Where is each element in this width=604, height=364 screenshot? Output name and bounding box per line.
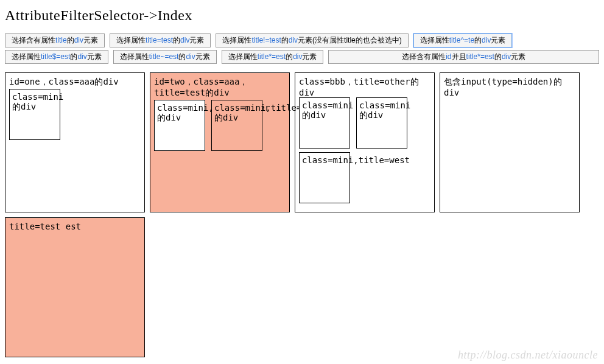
boxes-container: id=one，class=aaa的div class=mini的div id=t… xyxy=(5,72,599,357)
btn-text: 元素 xyxy=(491,36,505,44)
mini-box: class=mini的div xyxy=(299,97,350,149)
btn-highlight: title=test xyxy=(146,36,173,44)
mini-box: class=mini,title=west xyxy=(299,152,350,203)
btn-div: div xyxy=(186,52,195,61)
btn-text: 选择含有属性 xyxy=(12,36,55,44)
row2-button-2[interactable]: 选择属性title*=est的div元素 xyxy=(222,50,324,64)
btn-text: 并且 xyxy=(452,52,466,61)
btn-div: div xyxy=(482,36,491,44)
btn-text: 的 xyxy=(286,52,293,61)
box-label: class=bbb，title=other的div xyxy=(299,77,430,97)
button-row-1: 选择含有属性title的div元素选择属性title=test的div元素选择属… xyxy=(5,33,599,47)
box-label: id=two，class=aaa，title=test的div xyxy=(154,77,286,99)
btn-text: 的 xyxy=(67,36,74,44)
mini-box: class=mini,title=other的div xyxy=(154,100,205,151)
btn-div: div xyxy=(502,52,511,61)
row1-button-1[interactable]: 选择属性title=test的div元素 xyxy=(110,33,211,47)
box-label: 包含input(type=hidden)的div xyxy=(444,77,575,97)
btn-highlight: title*=est xyxy=(258,52,286,61)
btn-highlight: title!=test xyxy=(251,36,281,44)
btn-highlight: title*=est xyxy=(466,52,494,61)
btn-div: div xyxy=(293,52,302,61)
btn-text: 元素 xyxy=(302,52,317,61)
btn-text: 选择属性 xyxy=(12,52,41,61)
box-label: id=one，class=aaa的div xyxy=(9,77,141,88)
btn-text: 的 xyxy=(178,52,186,61)
btn-text: 元素 xyxy=(83,36,98,44)
button-row-2: 选择属性title$=est的div元素选择属性title~=est的div元素… xyxy=(5,50,599,64)
row2-button-1[interactable]: 选择属性title~=est的div元素 xyxy=(113,50,217,64)
btn-text: 的 xyxy=(70,52,77,61)
btn-div: div xyxy=(77,52,86,61)
btn-div: div xyxy=(289,36,298,44)
box-four: 包含input(type=hidden)的div xyxy=(440,72,580,212)
row2-button-3[interactable]: 选择含有属性id并且title*=est的div元素 xyxy=(328,50,599,64)
mini-box: class=mini,title=test的div xyxy=(211,100,262,151)
mini-box: class=mini的div xyxy=(9,89,60,140)
page-title: AttributeFilterSelector->Index xyxy=(5,7,599,24)
btn-div: div xyxy=(180,36,189,44)
row1-button-3[interactable]: 选择属性title^=te的div元素 xyxy=(413,33,513,47)
btn-text: 元素 xyxy=(87,52,102,61)
box-three: class=bbb，title=other的div class=mini的div… xyxy=(295,72,435,212)
btn-text: 选择属性 xyxy=(420,36,449,44)
row1-button-0[interactable]: 选择含有属性title的div元素 xyxy=(5,33,105,47)
btn-highlight: title xyxy=(55,36,67,44)
btn-text: 的 xyxy=(173,36,180,44)
btn-text: 选择含有属性 xyxy=(402,52,446,61)
btn-highlight: title~=est xyxy=(149,52,179,61)
btn-text: 的 xyxy=(281,36,289,44)
btn-highlight: id xyxy=(446,52,451,61)
btn-highlight: title$=est xyxy=(41,52,70,61)
btn-div: div xyxy=(74,36,83,44)
btn-text: 元素 xyxy=(195,52,210,61)
box-label: title=test est xyxy=(9,222,141,231)
btn-text: 元素 xyxy=(189,36,204,44)
btn-text: 元素 xyxy=(511,52,525,61)
box-two: id=two，class=aaa，title=test的div class=mi… xyxy=(150,72,290,212)
btn-text: 的 xyxy=(474,36,482,44)
mini-box: class=mini的div xyxy=(356,97,407,149)
btn-text: 元素(没有属性title的也会被选中) xyxy=(298,36,402,44)
btn-highlight: title^=te xyxy=(449,36,474,44)
btn-text: 的 xyxy=(494,52,502,61)
btn-text: 选择属性 xyxy=(228,52,258,61)
box-five: title=test est xyxy=(5,217,145,357)
btn-text: 选择属性 xyxy=(116,36,146,44)
box-one: id=one，class=aaa的div class=mini的div xyxy=(5,72,145,212)
row2-button-0[interactable]: 选择属性title$=est的div元素 xyxy=(5,50,108,64)
row1-button-2[interactable]: 选择属性title!=test的div元素(没有属性title的也会被选中) xyxy=(216,33,408,47)
btn-text: 选择属性 xyxy=(120,52,149,61)
btn-text: 选择属性 xyxy=(222,36,251,44)
